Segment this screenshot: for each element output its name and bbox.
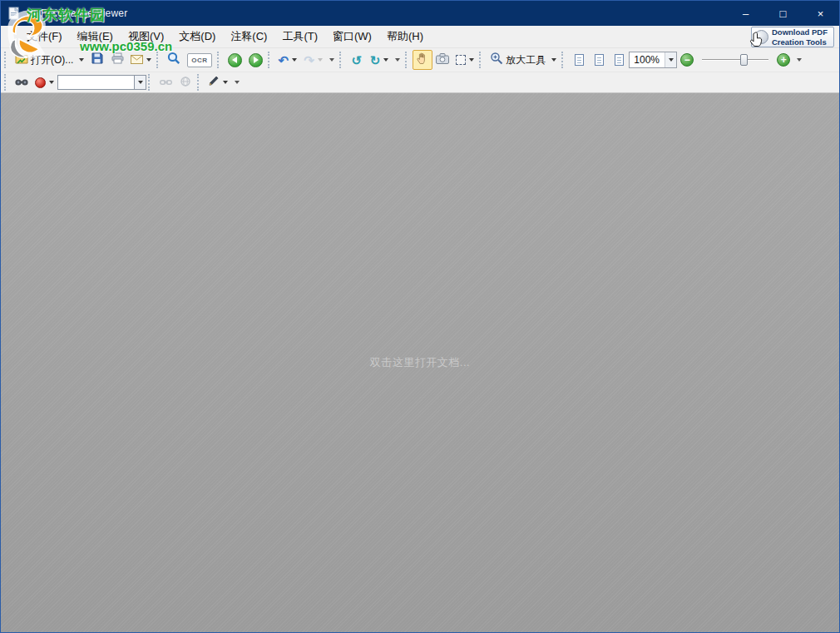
toolbar-grip[interactable] [4, 52, 8, 68]
menu-view[interactable]: 视图(V) [121, 25, 171, 48]
toolbar-grip[interactable] [268, 52, 272, 68]
document-area[interactable]: 双击这里打开文档... [1, 93, 839, 632]
pen-tool-button[interactable] [205, 72, 231, 92]
rotate-cw-button[interactable]: ↻ [367, 50, 393, 70]
menu-tools[interactable]: 工具(T) [274, 25, 325, 48]
email-dropdown-icon [146, 58, 151, 62]
rotate-dropdown-icon [383, 58, 388, 62]
toolbar-grip[interactable] [405, 52, 409, 68]
menu-bar: 文件(F) 编辑(E) 视图(V) 文档(D) 注释(C) 工具(T) 窗口(W… [1, 26, 839, 48]
zoom-out-icon: − [680, 53, 694, 67]
select-dropdown-icon [469, 58, 474, 62]
zoom-slider-thumb[interactable] [740, 54, 748, 66]
toolbar-grip[interactable] [561, 52, 566, 68]
zoom-slider[interactable] [702, 52, 768, 68]
search-button[interactable] [164, 50, 184, 70]
magnify-dropdown-icon [551, 58, 556, 62]
titlebar: PDF-XChange Viewer – □ × [1, 1, 839, 26]
pen-icon [208, 75, 220, 90]
magnify-tool-button[interactable]: 放大工具 [487, 50, 560, 70]
fit-width-button[interactable] [609, 50, 629, 70]
menu-comments[interactable]: 注释(C) [223, 25, 274, 48]
maximize-icon: □ [780, 7, 787, 20]
find-input[interactable] [57, 75, 134, 90]
print-button[interactable] [107, 50, 127, 70]
printer-icon [111, 52, 124, 67]
binoculars-icon [15, 75, 28, 90]
chevron-down-icon [138, 81, 143, 84]
toolbar-overflow-icon[interactable] [797, 58, 802, 62]
toolbar-grip[interactable] [197, 74, 201, 91]
toolbar-overflow-icon[interactable] [395, 58, 400, 62]
find-input-dropdown[interactable] [134, 75, 146, 90]
window-title: PDF-XChange Viewer [27, 7, 127, 19]
snapshot-button[interactable] [432, 50, 452, 70]
rotate-ccw-button[interactable]: ↺ [347, 50, 367, 70]
stamp-icon [35, 77, 46, 88]
chevron-down-icon [669, 58, 674, 62]
fit-page-icon [595, 54, 604, 66]
magnifier-icon [490, 52, 503, 68]
maximize-button[interactable]: □ [764, 1, 802, 26]
download-line1: Download PDF [772, 27, 828, 37]
weblink-tool-button[interactable] [175, 72, 195, 92]
open-button-label: 打开(O)... [31, 53, 73, 67]
toolbar-grip[interactable] [148, 74, 152, 91]
zoom-combo-dropdown[interactable] [665, 52, 676, 67]
rotate-cw-icon: ↻ [370, 54, 381, 67]
zoom-out-button[interactable]: − [677, 50, 697, 70]
stamp-tool-button[interactable] [32, 72, 57, 92]
next-view-button[interactable] [245, 50, 266, 70]
minimize-button[interactable]: – [727, 1, 764, 26]
zoom-level-combo[interactable]: 100% [629, 52, 677, 68]
pen-dropdown-icon [223, 81, 228, 84]
zoom-level-value: 100% [630, 54, 665, 66]
undo-icon: ↶ [279, 54, 289, 67]
binoculars-search-button[interactable] [12, 72, 32, 92]
toolbar-grip[interactable] [4, 74, 8, 91]
fit-page-button[interactable] [589, 50, 609, 70]
menu-document[interactable]: 文档(D) [171, 25, 223, 48]
download-tools-label: Download PDF Creation Tools [772, 27, 828, 47]
envelope-icon [131, 52, 143, 67]
close-button[interactable]: × [802, 1, 839, 26]
main-toolbar: 打开(O)... OCR [1, 48, 839, 72]
magnify-tool-label: 放大工具 [506, 53, 546, 67]
save-button[interactable] [87, 50, 107, 70]
download-pdf-tools-button[interactable]: Download PDF Creation Tools [751, 27, 834, 47]
ocr-icon: OCR [187, 53, 211, 67]
open-folder-icon [15, 52, 28, 67]
camera-icon [436, 52, 449, 67]
undo-button[interactable]: ↶ [275, 50, 301, 70]
toolbar-overflow-icon[interactable] [235, 81, 240, 84]
undo-dropdown-icon [292, 58, 297, 62]
download-line2: Creation Tools [772, 37, 828, 47]
secondary-toolbar [1, 72, 839, 93]
zoom-actual-size-button[interactable] [569, 50, 589, 70]
open-button[interactable]: 打开(O)... [12, 50, 87, 70]
toolbar-grip[interactable] [156, 52, 161, 68]
menu-help[interactable]: 帮助(H) [379, 25, 431, 48]
ocr-button[interactable]: OCR [184, 50, 215, 70]
back-arrow-icon [228, 53, 242, 67]
actual-size-icon [575, 54, 584, 66]
menu-edit[interactable]: 编辑(E) [70, 25, 121, 48]
menu-file[interactable]: 文件(F) [19, 25, 70, 48]
zoom-in-icon: + [777, 53, 790, 67]
toolbar-overflow-icon[interactable] [329, 58, 334, 62]
toolbar-grip[interactable] [339, 52, 343, 68]
toolbar-grip[interactable] [217, 52, 221, 68]
redo-dropdown-icon [318, 58, 323, 62]
rotate-ccw-icon: ↺ [351, 54, 362, 67]
select-tool-button[interactable] [452, 50, 477, 70]
mouse-cursor-icon [749, 31, 765, 52]
previous-view-button[interactable] [225, 50, 245, 70]
menu-window[interactable]: 窗口(W) [325, 25, 379, 48]
email-button[interactable] [127, 50, 155, 70]
hand-tool-button[interactable] [413, 50, 432, 70]
redo-button[interactable]: ↷ [300, 50, 326, 70]
minimize-icon: – [743, 7, 749, 20]
toolbar-grip[interactable] [479, 52, 483, 68]
link-tool-button[interactable] [156, 72, 175, 92]
zoom-in-button[interactable]: + [773, 50, 793, 70]
